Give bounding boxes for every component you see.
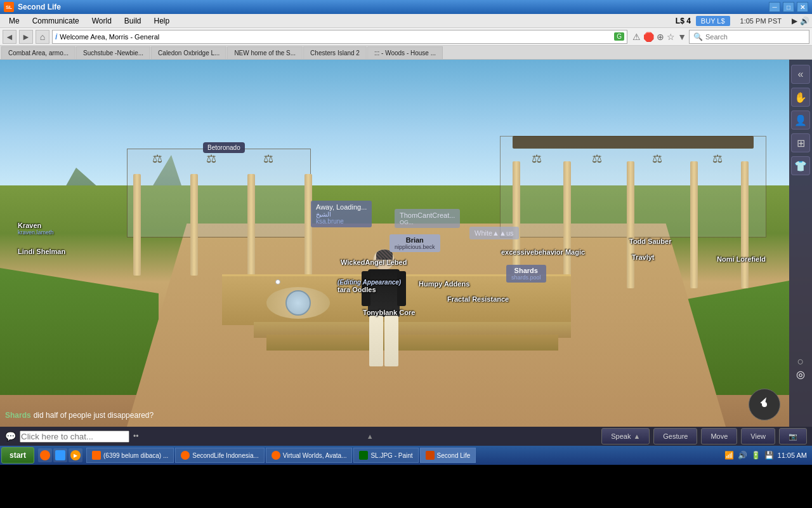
tab-3[interactable]: NEW home of the S...	[227, 46, 303, 59]
battery-icon[interactable]: 🔋	[751, 451, 761, 460]
network-icon[interactable]: 📶	[724, 451, 734, 460]
speak-button[interactable]: Speak ▲	[601, 428, 650, 444]
white-name: White▲▲us	[475, 229, 514, 237]
buy-linden-button[interactable]: BUY L$	[696, 16, 730, 26]
title-bar-controls[interactable]: ─ □ ✕	[769, 2, 808, 12]
speak-arrow: ▲	[633, 432, 640, 440]
label-kraven: Kraven	[18, 222, 54, 229]
label-todd: Todd Sauber	[629, 237, 671, 245]
away-title: Away, Loading...	[316, 203, 367, 211]
volume-icon[interactable]: 🔊	[738, 451, 747, 460]
menu-help[interactable]: Help	[148, 15, 176, 27]
column-r5	[741, 161, 749, 288]
alert-icon[interactable]: ⚠	[632, 32, 641, 42]
stop-icon[interactable]: 🛑	[643, 32, 654, 42]
nav-bar: ◄ ► ⌂ i Welcome Area, Morris - General G…	[0, 28, 812, 46]
taskbar: start ▶ (6399 belum dibaca) ... SecondLi…	[0, 446, 812, 465]
chat-status-dots: ••	[133, 432, 138, 441]
tray-icon-3[interactable]: ▶	[69, 448, 82, 462]
start-button[interactable]: start	[1, 447, 34, 464]
menu-communicate[interactable]: Communicate	[26, 15, 86, 27]
chat-input[interactable]	[20, 431, 129, 443]
taskbar-item-1[interactable]: SecondLife Indonesia...	[175, 448, 265, 463]
tab-1[interactable]: Suchstube -Newbie...	[76, 46, 150, 59]
move-button[interactable]: Move	[701, 428, 737, 444]
view-button[interactable]: View	[741, 428, 775, 444]
column-1	[133, 174, 141, 276]
label-humpy: Humpy Addens	[419, 280, 469, 288]
column-2	[190, 174, 198, 276]
away-arabic: الشيخ	[316, 211, 367, 218]
sidebar-collapse-button[interactable]: «	[791, 65, 810, 84]
health-icon[interactable]: ⊕	[657, 32, 664, 42]
minimap-container: ○ ◎	[796, 358, 805, 384]
tray-icon-2[interactable]	[53, 448, 67, 462]
taskbar-item-0[interactable]: (6399 belum dibaca) ...	[86, 448, 174, 463]
sidebar-clothing-button[interactable]: 👕	[791, 156, 810, 175]
play-button[interactable]: ▶	[792, 17, 797, 25]
label-kraven-group: Kraven kraven.lameth	[18, 222, 54, 236]
scale-icon-r2: ⚖	[592, 152, 602, 166]
roof-top-beam	[513, 136, 754, 149]
scale-icon-2: ⚖	[206, 152, 216, 166]
minimap-zoom-out[interactable]: ○	[796, 355, 805, 368]
tab-4[interactable]: Chesters Island 2	[303, 46, 367, 59]
taskbar-item-4-label: Second Life	[437, 452, 471, 459]
maximize-button[interactable]: □	[783, 2, 794, 12]
minimize-button[interactable]: ─	[769, 2, 780, 12]
sidebar-grid-button[interactable]: ⊞	[791, 133, 810, 152]
avatar-leg-left	[369, 316, 383, 366]
label-tara-editing: (Editing Appearance)	[337, 279, 401, 286]
grid-icon: ⊞	[797, 137, 805, 149]
speak-label: Speak	[611, 432, 631, 440]
search-bar[interactable]: 🔍	[689, 30, 809, 44]
column-r3	[627, 161, 634, 288]
time-display: 1:05 PM PST	[740, 17, 782, 25]
forward-button[interactable]: ►	[19, 30, 33, 44]
minimap-target[interactable]: ◎	[796, 368, 805, 380]
move-label: Move	[710, 432, 728, 440]
taskbar-item-2[interactable]: Virtual Worlds, Avata...	[266, 448, 353, 463]
taskbar-item-3[interactable]: SL.JPG - Paint	[353, 448, 418, 463]
pavilion-left: ⚖ ⚖ ⚖	[114, 149, 330, 276]
tray-icon-1[interactable]	[38, 448, 52, 462]
search-icon: 🔍	[693, 32, 703, 41]
bottom-toolbar-buttons: Speak ▲ Gesture Move View 📷	[601, 428, 807, 444]
tab-2[interactable]: Caledon Oxbridge L...	[151, 46, 226, 59]
sidebar-arrow-icon: «	[798, 69, 804, 80]
panel-away: Away, Loading... الشيخ ksa.brune	[311, 201, 372, 227]
tab-0[interactable]: Combat Area, armo...	[1, 46, 75, 59]
taskbar-item-2-icon	[272, 451, 280, 460]
safety-remove-icon[interactable]: 💾	[764, 451, 774, 460]
shards-sublabel: shards.pool	[511, 274, 541, 281]
menu-world[interactable]: World	[86, 15, 118, 27]
label-wicked: WickedAngel Lebed	[341, 258, 407, 266]
menu-build[interactable]: Build	[118, 15, 148, 27]
dropdown-icon[interactable]: ▼	[678, 32, 686, 42]
menu-me[interactable]: Me	[3, 15, 26, 27]
home-button[interactable]: ⌂	[36, 30, 49, 44]
location-bar[interactable]: i Welcome Area, Morris - General G	[52, 30, 627, 44]
sidebar-hands-button[interactable]: ✋	[791, 88, 810, 107]
star-icon[interactable]: ☆	[667, 32, 675, 42]
gesture-label: Gesture	[663, 432, 688, 440]
gesture-button[interactable]: Gesture	[653, 428, 697, 444]
search-input[interactable]	[705, 33, 805, 41]
volume-button[interactable]: 🔊	[800, 17, 809, 25]
nav-icons: ⚠ 🛑 ⊕ ☆ ▼	[632, 32, 686, 42]
label-tony: Tonyblank Core	[363, 309, 415, 316]
close-button[interactable]: ✕	[797, 2, 808, 12]
sidebar-people-button[interactable]: 👤	[791, 110, 810, 130]
linden-balance: L$ 4 BUY L$ 1:05 PM PST ▶ 🔊	[676, 16, 809, 26]
label-lindi: Lindi Shelman	[18, 248, 65, 255]
chat-controls: ▲	[367, 432, 374, 440]
chat-arrow-up[interactable]: ▲	[367, 432, 374, 440]
screenshot-button[interactable]: 📷	[779, 428, 807, 444]
panel-white: White▲▲us	[469, 227, 519, 239]
tab-5[interactable]: ::: - Woods - House ...	[367, 46, 443, 59]
window-title: Second Life	[18, 3, 61, 11]
chat-icon: 💬	[5, 431, 16, 441]
back-button[interactable]: ◄	[3, 30, 16, 44]
balance-display: L$ 4	[676, 17, 691, 25]
taskbar-item-4[interactable]: Second Life	[420, 448, 476, 463]
